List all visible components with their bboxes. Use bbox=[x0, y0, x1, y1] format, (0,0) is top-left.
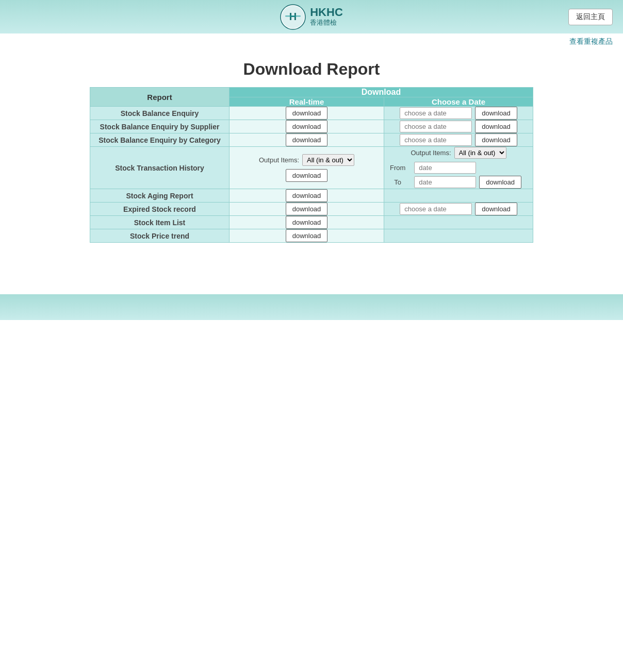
table-row: Stock Balance Enquiry by Supplierdownloa… bbox=[90, 120, 533, 133]
top-link-bar: 查看重複產品 bbox=[0, 33, 623, 49]
col-download: Download bbox=[229, 88, 533, 97]
col-choosedate: Choose a Date bbox=[384, 97, 533, 107]
header: H HKHC 香港體檢 返回主頁 bbox=[0, 0, 623, 33]
from-label: From bbox=[384, 164, 411, 172]
logo: H HKHC 香港體檢 bbox=[280, 4, 343, 30]
download-date-btn-stock-balance-enquiry-by-category[interactable]: download bbox=[475, 133, 517, 146]
logo-text: HKHC 香港體檢 bbox=[310, 7, 343, 27]
table-row: Stock Item Listdownload bbox=[90, 216, 533, 229]
choosedate-cell-stock-price-trend bbox=[384, 229, 533, 243]
table-row: Expired Stock recorddownloaddownload bbox=[90, 203, 533, 216]
download-realtime-btn-stock-balance-enquiry-by-supplier[interactable]: download bbox=[286, 120, 328, 133]
report-name-stock-balance-enquiry-by-category: Stock Balance Enquiry by Category bbox=[90, 133, 229, 147]
realtime-cell-stock-balance-enquiry-by-supplier: download bbox=[229, 120, 384, 133]
report-name-stock-price-trend: Stock Price trend bbox=[90, 229, 229, 243]
realtime-cell-stock-balance-enquiry-by-category: download bbox=[229, 133, 384, 147]
svg-rect-3 bbox=[285, 15, 301, 17]
realtime-cell-stock-item-list: download bbox=[229, 216, 384, 229]
to-date-input-stock-transaction-history[interactable] bbox=[414, 176, 476, 188]
logo-hkhc: HKHC bbox=[310, 7, 343, 18]
report-name-stock-item-list: Stock Item List bbox=[90, 216, 229, 229]
realtime-cell-stock-aging-report: download bbox=[229, 189, 384, 203]
duplicate-product-link[interactable]: 查看重複產品 bbox=[569, 37, 613, 45]
output-items-label-date: Output Items: bbox=[411, 149, 451, 157]
realtime-cell-expired-stock-record: download bbox=[229, 203, 384, 216]
output-items-label: Output Items: bbox=[259, 156, 299, 164]
main-content: Report Download Real-time Choose a Date … bbox=[79, 87, 544, 263]
logo-chinese: 香港體檢 bbox=[310, 18, 337, 27]
report-name-stock-balance-enquiry-by-supplier: Stock Balance Enquiry by Supplier bbox=[90, 120, 229, 133]
report-name-expired-stock-record: Expired Stock record bbox=[90, 203, 229, 216]
download-date-btn-stock-balance-enquiry-by-supplier[interactable]: download bbox=[475, 120, 517, 133]
download-realtime-btn-expired-stock-record[interactable]: download bbox=[286, 203, 328, 215]
logo-icon: H bbox=[280, 4, 306, 30]
download-realtime-btn-stock-balance-enquiry-by-category[interactable]: download bbox=[286, 133, 328, 146]
choosedate-cell-stock-balance-enquiry-by-supplier: download bbox=[384, 120, 533, 133]
table-row: Stock Balance Enquiry by Categorydownloa… bbox=[90, 133, 533, 147]
date-input-stock-balance-enquiry-by-supplier[interactable] bbox=[400, 121, 472, 132]
download-realtime-btn-stock-price-trend[interactable]: download bbox=[286, 229, 328, 242]
download-realtime-btn-stock-item-list[interactable]: download bbox=[286, 216, 328, 229]
date-input-stock-balance-enquiry-by-category[interactable] bbox=[400, 134, 472, 146]
report-name-stock-balance-enquiry: Stock Balance Enquiry bbox=[90, 107, 229, 120]
table-row: Stock Transaction HistoryOutput Items:Al… bbox=[90, 147, 533, 189]
return-button[interactable]: 返回主頁 bbox=[568, 9, 613, 25]
choosedate-cell-expired-stock-record: download bbox=[384, 203, 533, 216]
table-row: Stock Aging Reportdownload bbox=[90, 189, 533, 203]
choosedate-cell-stock-transaction-history: Output Items:All (in & out)In onlyOut on… bbox=[384, 147, 533, 189]
table-row: Stock Price trenddownload bbox=[90, 229, 533, 243]
choosedate-cell-stock-item-list bbox=[384, 216, 533, 229]
download-date-btn-stock-transaction-history[interactable]: download bbox=[479, 176, 521, 189]
choosedate-cell-stock-aging-report bbox=[384, 189, 533, 203]
download-date-btn-expired-stock-record[interactable]: download bbox=[475, 203, 517, 215]
date-input-expired-stock-record[interactable] bbox=[400, 203, 472, 215]
realtime-cell-stock-balance-enquiry: download bbox=[229, 107, 384, 120]
output-items-select-realtime-stock-transaction-history[interactable]: All (in & out)In onlyOut only bbox=[302, 154, 354, 166]
table-row: Stock Balance Enquirydownloaddownload bbox=[90, 107, 533, 120]
download-realtime-btn-stock-transaction-history[interactable]: download bbox=[286, 169, 328, 182]
to-label: To bbox=[384, 178, 411, 186]
realtime-cell-stock-transaction-history: Output Items:All (in & out)In onlyOut on… bbox=[229, 147, 384, 189]
download-date-btn-stock-balance-enquiry[interactable]: download bbox=[475, 107, 517, 120]
output-items-select-date-stock-transaction-history[interactable]: All (in & out)In onlyOut only bbox=[454, 147, 506, 159]
date-input-stock-balance-enquiry[interactable] bbox=[400, 107, 472, 119]
from-date-input-stock-transaction-history[interactable] bbox=[414, 162, 476, 174]
col-realtime: Real-time bbox=[229, 97, 384, 107]
choosedate-cell-stock-balance-enquiry: download bbox=[384, 107, 533, 120]
report-name-stock-aging-report: Stock Aging Report bbox=[90, 189, 229, 203]
realtime-cell-stock-price-trend: download bbox=[229, 229, 384, 243]
col-report: Report bbox=[90, 88, 229, 107]
page-title: Download Report bbox=[0, 49, 623, 87]
report-name-stock-transaction-history: Stock Transaction History bbox=[90, 147, 229, 189]
download-realtime-btn-stock-aging-report[interactable]: download bbox=[286, 189, 328, 202]
report-table: Report Download Real-time Choose a Date … bbox=[90, 87, 533, 243]
footer bbox=[0, 294, 623, 320]
download-realtime-btn-stock-balance-enquiry[interactable]: download bbox=[286, 107, 328, 120]
choosedate-cell-stock-balance-enquiry-by-category: download bbox=[384, 133, 533, 147]
